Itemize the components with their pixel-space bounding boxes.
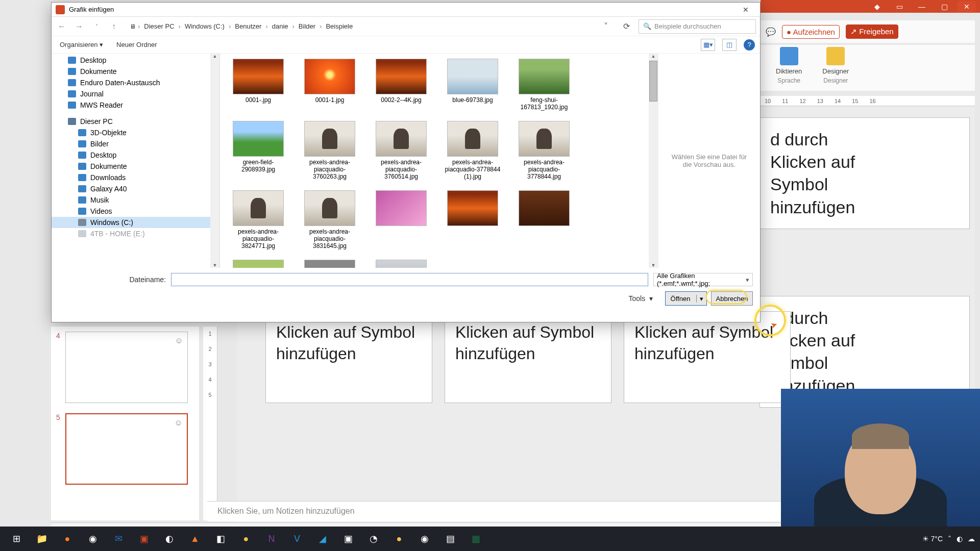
breadcrumb-segment[interactable]: danie — [270, 21, 290, 31]
comments-icon[interactable]: 💬 — [766, 27, 776, 37]
folder-tree[interactable]: DesktopDokumenteEnduro Daten-AustauschJo… — [52, 54, 220, 268]
onenote-icon[interactable]: N — [260, 529, 283, 549]
file-item[interactable]: blue-69738.jpg — [445, 59, 501, 111]
tray-icon[interactable]: ◐ — [957, 535, 963, 543]
file-item[interactable]: green-field-2908939.jpg — [230, 121, 286, 180]
explorer-icon[interactable]: 📁 — [31, 529, 53, 549]
file-item[interactable] — [230, 260, 286, 268]
help-icon[interactable]: ? — [744, 39, 755, 51]
tree-item[interactable]: Downloads — [52, 172, 219, 183]
tools-menu[interactable]: Tools ▾ — [629, 294, 653, 303]
file-item[interactable]: 0001-.jpg — [230, 59, 286, 111]
telegram-icon[interactable]: ◢ — [311, 529, 334, 549]
file-type-filter[interactable]: Alle Grafiken (*.emf;*.wmf;*.jpg; — [653, 273, 753, 286]
slide-thumbnail[interactable]: 4☺ — [51, 327, 199, 408]
tree-item[interactable]: Bilder — [52, 138, 219, 149]
organize-menu[interactable]: Organisieren ▾ — [57, 40, 106, 49]
file-grid[interactable]: 0001-.jpg0001-1.jpg0002-2--4K.jpgblue-69… — [220, 54, 649, 268]
file-item[interactable]: pexels-andrea-piacquadio-3824771.jpg — [230, 190, 286, 249]
breadcrumb-segment[interactable]: Benutzer — [233, 21, 263, 31]
file-item[interactable]: 0001-1.jpg — [302, 59, 358, 111]
breadcrumb-dropdown-icon[interactable]: ˅ — [604, 21, 614, 31]
powerpoint-icon[interactable]: ▣ — [133, 529, 155, 549]
breadcrumb-segment[interactable]: Bilder — [297, 21, 317, 31]
app-icon[interactable]: ▣ — [337, 529, 359, 549]
dialog-close-icon[interactable]: ✕ — [736, 4, 756, 16]
slide-thumbnail[interactable]: 5☺ — [51, 408, 199, 490]
tree-item[interactable]: Desktop — [52, 149, 219, 161]
back-icon[interactable]: ← — [56, 20, 68, 33]
breadcrumb[interactable]: 🖥›Dieser PC›Windows (C:)›Benutzer›danie›… — [125, 19, 599, 34]
tree-item[interactable]: Desktop — [52, 55, 219, 66]
forward-icon[interactable]: → — [73, 20, 85, 33]
tree-item[interactable]: Dokumente — [52, 66, 219, 77]
ribbon-display-icon[interactable]: ▭ — [890, 1, 909, 12]
view-mode-icon[interactable]: ▦▾ — [701, 39, 715, 51]
maximize-icon[interactable]: ▢ — [935, 1, 953, 12]
tray-icon[interactable]: ☁ — [968, 535, 975, 543]
record-button[interactable]: ● Aufzeichnen — [782, 25, 840, 39]
chrome-icon[interactable]: ◉ — [82, 529, 104, 549]
file-item[interactable]: pexels-andrea-piacquadio-3778844.jpg — [516, 121, 572, 180]
file-item[interactable] — [516, 190, 572, 249]
preview-pane-icon[interactable]: ◫ — [722, 39, 737, 51]
tree-scrollbar[interactable] — [210, 54, 219, 268]
designer-group[interactable]: Designer Designer — [822, 47, 849, 89]
file-item[interactable] — [373, 260, 429, 268]
app-close-icon[interactable]: ✕ — [958, 1, 976, 12]
breadcrumb-segment[interactable]: Dieser PC — [142, 21, 176, 31]
share-button[interactable]: ↗ Freigeben — [846, 24, 898, 39]
scrollbar-thumb[interactable] — [649, 61, 657, 102]
open-button[interactable]: Öffnen — [665, 291, 707, 306]
file-item[interactable]: pexels-andrea-piacquadio-3831645.jpg — [302, 190, 358, 249]
file-item[interactable] — [373, 190, 429, 249]
firefox-icon[interactable]: ● — [56, 529, 79, 549]
app-icon[interactable]: V — [286, 529, 308, 549]
app-icon[interactable]: ● — [388, 529, 410, 549]
file-item[interactable]: feng-shui-167813_1920.jpg — [516, 59, 572, 111]
app-icon[interactable]: ● — [235, 529, 257, 549]
breadcrumb-segment[interactable]: Windows (C:) — [183, 21, 227, 31]
tree-item[interactable]: MWS Reader — [52, 99, 219, 111]
outlook-icon[interactable]: ✉ — [107, 529, 130, 549]
tree-item[interactable]: Dieser PC — [52, 116, 219, 127]
file-item[interactable]: pexels-andrea-piacquadio-3778844 (1).jpg — [445, 121, 501, 180]
content-placeholder[interactable]: Klicken auf Symbol hinzufügen — [624, 311, 791, 403]
teams-icon[interactable]: ◆ — [868, 1, 886, 12]
tray-chevron-icon[interactable]: ˄ — [948, 535, 951, 543]
weather-widget[interactable]: ☀ 7°C — [922, 535, 943, 543]
tree-item[interactable]: Enduro Daten-Austausch — [52, 77, 219, 88]
excel-icon[interactable]: ▦ — [464, 529, 487, 549]
vlc-icon[interactable]: ▲ — [184, 529, 206, 549]
file-item[interactable]: pexels-andrea-piacquadio-3760514.jpg — [373, 121, 429, 180]
file-item[interactable]: 0002-2--4K.jpg — [373, 59, 429, 111]
tree-item[interactable]: Windows (C:) — [52, 217, 219, 228]
new-folder-button[interactable]: Neuer Ordner — [113, 40, 160, 49]
content-placeholder[interactable]: Klicken auf Symbol hinzufügen — [445, 311, 611, 403]
tree-item[interactable]: Musik — [52, 194, 219, 206]
minimize-icon[interactable]: — — [913, 1, 931, 12]
app-icon[interactable]: ◔ — [362, 529, 385, 549]
file-item[interactable] — [445, 190, 501, 249]
recent-chevron-icon[interactable]: ˅ — [90, 20, 103, 33]
tree-item[interactable]: 3D-Objekte — [52, 127, 219, 138]
refresh-icon[interactable]: ⟳ — [619, 21, 633, 31]
file-item[interactable]: pexels-andrea-piacquadio-3760263.jpg — [302, 121, 358, 180]
app-icon[interactable]: ◐ — [158, 529, 181, 549]
file-scrollbar[interactable] — [649, 54, 658, 268]
filename-input[interactable] — [171, 273, 648, 286]
up-icon[interactable]: ↑ — [108, 20, 120, 33]
content-placeholder[interactable]: d durch Klicken auf Symbol hinzufügen — [760, 117, 970, 229]
tree-item[interactable]: Dokumente — [52, 161, 219, 172]
dictate-group[interactable]: Diktieren Sprache — [776, 47, 802, 89]
app-icon[interactable]: ◧ — [209, 529, 232, 549]
app-icon[interactable]: ▤ — [439, 529, 461, 549]
tree-item[interactable]: Galaxy A40 — [52, 183, 219, 194]
tree-item[interactable]: Journal — [52, 88, 219, 99]
content-placeholder[interactable]: Klicken auf Symbol hinzufügen — [265, 311, 432, 403]
search-input[interactable]: 🔍 Beispiele durchsuchen — [639, 19, 756, 34]
breadcrumb-segment[interactable]: Beispiele — [324, 21, 355, 31]
app-icon[interactable]: ◉ — [413, 529, 436, 549]
tree-item[interactable]: Videos — [52, 206, 219, 217]
file-item[interactable] — [302, 260, 358, 268]
